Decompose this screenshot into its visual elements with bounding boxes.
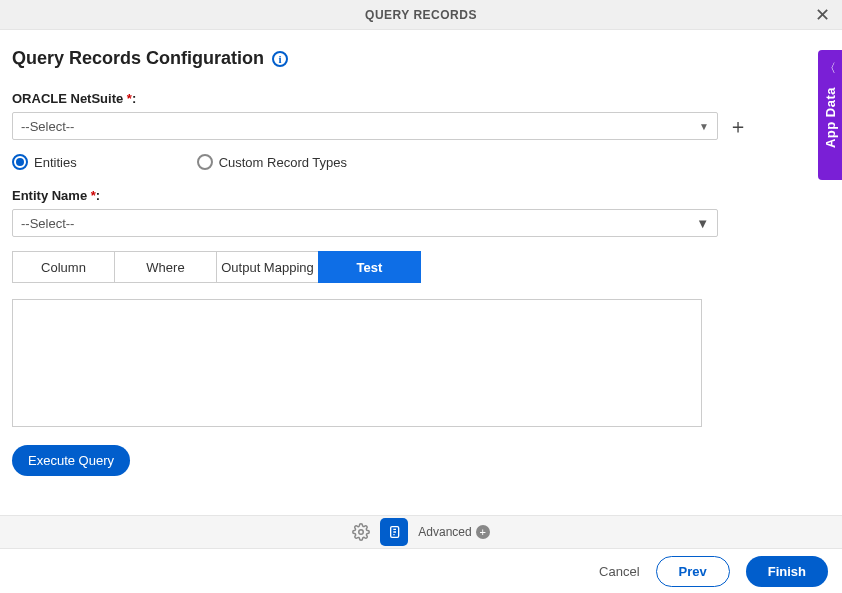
footer-bar: Cancel Prev Finish xyxy=(0,549,842,593)
connection-label-text: ORACLE NetSuite xyxy=(12,91,127,106)
clipboard-icon[interactable] xyxy=(380,518,408,546)
radio-icon xyxy=(12,154,28,170)
radio-custom-label: Custom Record Types xyxy=(219,155,347,170)
gear-icon[interactable] xyxy=(352,523,370,541)
page-title-row: Query Records Configuration i xyxy=(12,48,830,69)
app-data-side-tab[interactable]: 〈 App Data xyxy=(818,50,842,180)
finish-button[interactable]: Finish xyxy=(746,556,828,587)
tab-bar: Column Where Output Mapping Test xyxy=(12,251,830,283)
connection-select-value: --Select-- xyxy=(21,119,74,134)
radio-entities[interactable]: Entities xyxy=(12,154,77,170)
bottom-toolbar: Advanced + xyxy=(0,515,842,549)
radio-custom-record-types[interactable]: Custom Record Types xyxy=(197,154,347,170)
required-mark: * xyxy=(91,188,96,203)
content-area: Query Records Configuration i ORACLE Net… xyxy=(0,30,842,476)
test-result-area xyxy=(12,299,702,427)
tab-test[interactable]: Test xyxy=(318,251,421,283)
advanced-toggle[interactable]: Advanced + xyxy=(418,525,489,539)
required-mark: * xyxy=(127,91,132,106)
connection-select[interactable]: --Select-- ▼ xyxy=(12,112,718,140)
tab-output-mapping[interactable]: Output Mapping xyxy=(216,251,319,283)
record-type-radio-group: Entities Custom Record Types xyxy=(12,154,830,170)
page-title: Query Records Configuration xyxy=(12,48,264,69)
advanced-label: Advanced xyxy=(418,525,471,539)
entity-name-label-text: Entity Name xyxy=(12,188,91,203)
connection-select-row: --Select-- ▼ ＋ xyxy=(12,112,830,140)
app-data-label: App Data xyxy=(823,87,838,148)
close-icon[interactable]: ✕ xyxy=(815,6,830,24)
radio-entities-label: Entities xyxy=(34,155,77,170)
tab-column[interactable]: Column xyxy=(12,251,115,283)
execute-query-button[interactable]: Execute Query xyxy=(12,445,130,476)
connection-label: ORACLE NetSuite *: xyxy=(12,91,830,106)
add-connection-icon[interactable]: ＋ xyxy=(728,116,748,136)
chevron-down-icon: ▼ xyxy=(699,121,709,132)
prev-button[interactable]: Prev xyxy=(656,556,730,587)
chevron-down-icon: ▼ xyxy=(696,216,709,231)
entity-name-label: Entity Name *: xyxy=(12,188,830,203)
dialog-title: QUERY RECORDS xyxy=(365,8,477,22)
info-icon[interactable]: i xyxy=(272,51,288,67)
svg-point-0 xyxy=(359,530,364,535)
chevron-left-icon: 〈 xyxy=(824,60,836,77)
plus-circle-icon: + xyxy=(476,525,490,539)
cancel-button[interactable]: Cancel xyxy=(599,564,639,579)
radio-icon xyxy=(197,154,213,170)
tab-where[interactable]: Where xyxy=(114,251,217,283)
dialog-header: QUERY RECORDS ✕ xyxy=(0,0,842,30)
entity-name-select-value: --Select-- xyxy=(21,216,74,231)
entity-name-select[interactable]: --Select-- ▼ xyxy=(12,209,718,237)
